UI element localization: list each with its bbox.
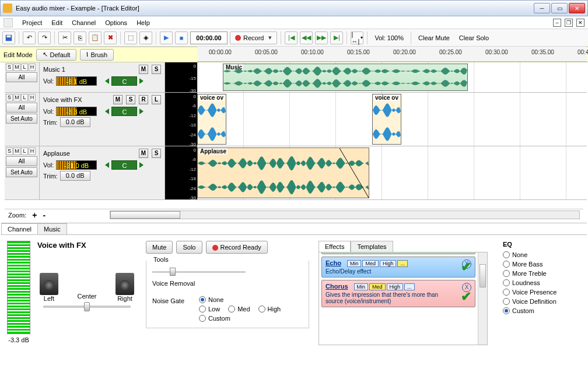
tab-effects[interactable]: Effects xyxy=(318,241,351,252)
size-button-m[interactable]: M xyxy=(13,94,20,101)
all-button[interactable]: All xyxy=(6,72,37,82)
record-button[interactable]: Record▾ xyxy=(230,31,277,44)
set-auto-button[interactable]: Set Auto xyxy=(6,114,37,124)
track-m-button[interactable]: M xyxy=(139,149,148,158)
effect-item[interactable]: source is inside a big room.✔ xyxy=(321,252,475,254)
delete-button[interactable]: ✖ xyxy=(104,31,117,44)
horizontal-scrollbar[interactable] xyxy=(110,210,580,219)
mute-button[interactable]: Mute xyxy=(146,241,173,254)
track-lane[interactable]: Music xyxy=(197,62,587,92)
level-high[interactable]: High xyxy=(387,283,404,290)
brush-tool-button[interactable]: ⲒBrush xyxy=(80,49,114,61)
radio-more-treble[interactable]: More Treble xyxy=(503,270,556,277)
level-...[interactable]: ... xyxy=(397,260,408,267)
width-button[interactable]: |↔|▾ xyxy=(351,31,363,44)
radio-voice-definition[interactable]: Voice Definition xyxy=(503,298,556,305)
pan-left-button[interactable] xyxy=(105,108,109,114)
volume-box[interactable]: -21.0 dB xyxy=(56,160,97,170)
track-s-button[interactable]: S xyxy=(152,149,161,158)
volume-box[interactable]: -3.3 dB xyxy=(56,107,97,116)
track-s-button[interactable]: S xyxy=(152,65,161,74)
size-button-s[interactable]: S xyxy=(6,148,13,155)
tab-music[interactable]: Music xyxy=(37,223,67,234)
audio-clip[interactable]: voice ov xyxy=(372,94,401,145)
size-button-h[interactable]: H xyxy=(29,148,36,155)
size-button-m[interactable]: M xyxy=(13,64,20,71)
level-min[interactable]: Min xyxy=(347,260,362,267)
mdi-minimize[interactable]: – xyxy=(553,19,561,27)
menu-edit[interactable]: Edit xyxy=(51,19,62,26)
zoom-in-button[interactable]: + xyxy=(32,210,37,220)
size-button-l[interactable]: L xyxy=(21,148,28,155)
size-button-l[interactable]: L xyxy=(21,64,28,71)
copy-button[interactable]: ⎘ xyxy=(74,31,86,44)
clear-mute-button[interactable]: Clear Mute xyxy=(415,34,453,41)
track-l-button[interactable]: L xyxy=(152,95,161,104)
rewind-button[interactable]: ◀◀ xyxy=(300,31,313,44)
menu-channel[interactable]: Channel xyxy=(72,19,96,26)
record-ready-button[interactable]: Record Ready xyxy=(206,241,268,254)
effects-scrollbar[interactable] xyxy=(478,252,487,345)
forward-button[interactable]: ▶▶ xyxy=(315,31,328,44)
tab-templates[interactable]: Templates xyxy=(351,241,393,252)
pan-box[interactable]: C xyxy=(111,160,137,170)
redo-button[interactable]: ↷ xyxy=(38,31,51,44)
undo-button[interactable]: ↶ xyxy=(23,31,36,44)
pan-right-button[interactable] xyxy=(139,108,144,114)
size-button-h[interactable]: H xyxy=(29,64,36,71)
track-lane[interactable]: Applause xyxy=(197,146,587,199)
effect-item[interactable]: ChorusMinMedHigh...XGives the impression… xyxy=(321,280,475,307)
audio-clip[interactable]: voice ov xyxy=(197,94,226,145)
track-m-button[interactable]: M xyxy=(113,95,123,104)
radio-none[interactable]: None xyxy=(503,251,556,258)
minimize-button[interactable]: ─ xyxy=(534,3,550,13)
track-s-button[interactable]: S xyxy=(126,95,135,104)
default-tool-button[interactable]: ↖Default xyxy=(36,49,77,61)
cut-button[interactable]: ✂ xyxy=(58,31,71,44)
paste-button[interactable]: 📋 xyxy=(89,31,102,44)
zoom-out-button[interactable]: - xyxy=(43,210,46,220)
radio-med[interactable]: Med xyxy=(228,306,250,313)
level-med[interactable]: Med xyxy=(362,260,379,267)
voice-removal-slider[interactable] xyxy=(152,271,246,273)
level-min[interactable]: Min xyxy=(354,283,369,290)
radio-low[interactable]: Low xyxy=(199,306,220,313)
radio-high[interactable]: High xyxy=(258,306,281,313)
maximize-button[interactable]: ▭ xyxy=(551,3,568,13)
solo-button[interactable]: Solo xyxy=(176,241,202,254)
size-button-s[interactable]: S xyxy=(6,94,13,101)
level-med[interactable]: Med xyxy=(369,283,386,290)
tab-channel[interactable]: Channel xyxy=(1,223,38,234)
pan-left-button[interactable] xyxy=(105,78,109,84)
pan-slider[interactable] xyxy=(43,306,131,308)
track-lane[interactable]: voice ovvoice ov xyxy=(197,93,587,146)
volume-box[interactable]: -8.1 dB xyxy=(56,76,97,86)
track-r-button[interactable]: R xyxy=(139,95,148,104)
radio-custom[interactable]: Custom xyxy=(503,307,556,314)
size-button-m[interactable]: M xyxy=(13,148,20,155)
effect-item[interactable]: EchoMinMedHigh...XEcho/Delay effect✔ xyxy=(321,257,475,278)
menu-help[interactable]: Help xyxy=(136,19,150,26)
audio-clip[interactable]: Applause xyxy=(197,148,369,198)
pan-right-button[interactable] xyxy=(139,78,144,84)
pan-right-button[interactable] xyxy=(139,162,144,168)
radio-custom[interactable]: Custom xyxy=(199,315,230,322)
all-button[interactable]: All xyxy=(6,103,37,113)
trim-box[interactable]: 0.0 dB xyxy=(60,117,90,127)
track-m-button[interactable]: M xyxy=(139,65,148,74)
audio-clip[interactable]: Music xyxy=(223,64,468,91)
level-high[interactable]: High xyxy=(380,260,397,267)
skip-start-button[interactable]: |◀ xyxy=(285,31,298,44)
trim-box[interactable]: 0.0 dB xyxy=(60,171,90,181)
all-button[interactable]: All xyxy=(6,156,37,166)
play-button[interactable]: ▶ xyxy=(160,31,173,44)
tool-a-button[interactable]: ⬚ xyxy=(124,31,137,44)
level-...[interactable]: ... xyxy=(404,283,415,290)
set-auto-button[interactable]: Set Auto xyxy=(6,167,37,177)
size-button-l[interactable]: L xyxy=(21,94,28,101)
save-button[interactable] xyxy=(2,31,15,44)
stop-button[interactable]: ■ xyxy=(175,31,188,44)
timeline-ruler[interactable]: 00:00.0000:05.0000:10.0000:15.0000:20.00… xyxy=(197,47,587,62)
radio-voice-presence[interactable]: Voice Presence xyxy=(503,289,556,296)
mdi-restore[interactable]: ❐ xyxy=(565,19,573,27)
